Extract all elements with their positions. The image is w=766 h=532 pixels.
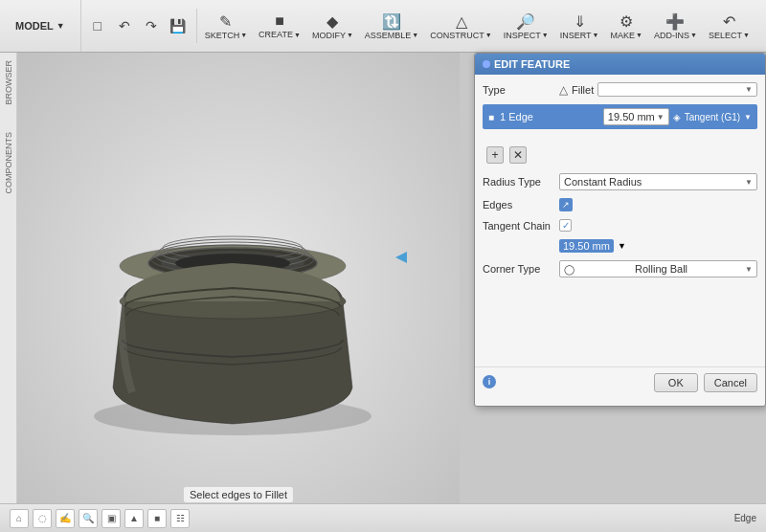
save-icon[interactable]: 💾 bbox=[166, 13, 191, 38]
radius-type-row: Radius Type Constant Radius ▼ bbox=[483, 173, 757, 190]
construct-menu[interactable]: △ CONSTRUCT ▼ bbox=[424, 0, 497, 52]
cancel-button[interactable]: Cancel bbox=[704, 373, 757, 392]
radius-type-value: Constant Radius ▼ bbox=[559, 173, 757, 190]
inspect-menu[interactable]: 🔎 INSPECT ▼ bbox=[498, 0, 554, 52]
sketch-icon: ✎ bbox=[219, 12, 232, 31]
construct-icon: △ bbox=[456, 12, 467, 31]
mode-selector[interactable]: MODEL ▼ bbox=[8, 20, 73, 32]
type-value: △ Fillet ▼ bbox=[559, 82, 757, 97]
panel-body: Type △ Fillet ▼ ■ 1 Edge 19.50 mm ▼ ◈ Ta… bbox=[475, 75, 765, 293]
edges-value: ↗ bbox=[559, 198, 757, 211]
edit-feature-panel: EDIT FEATURE Type △ Fillet ▼ ■ 1 Edge 19… bbox=[474, 53, 766, 407]
edge-value-field[interactable]: 19.50 mm ▼ bbox=[603, 108, 669, 125]
create-menu[interactable]: ■ CREATE ▼ bbox=[253, 0, 306, 52]
zoom-tool[interactable]: 🔍 bbox=[79, 509, 98, 528]
type-label: Type bbox=[483, 84, 559, 96]
browser-label[interactable]: BROWSER bbox=[2, 56, 15, 109]
pan-tool[interactable]: ✍ bbox=[56, 509, 75, 528]
type-dropdown[interactable]: ▼ bbox=[597, 82, 757, 97]
bottom-bar: ⌂ ◌ ✍ 🔍 ▣ ▲ ■ ☷ Edge bbox=[0, 503, 766, 532]
select-menu[interactable]: ↶ SELECT ▼ bbox=[703, 0, 755, 52]
undo-icon[interactable]: ↶ bbox=[112, 13, 137, 38]
value-dropdown-arrow[interactable]: ▼ bbox=[618, 241, 626, 251]
bottom-tools: ⌂ ◌ ✍ 🔍 ▣ ▲ ■ ☷ bbox=[10, 509, 190, 528]
type-row: Type △ Fillet ▼ bbox=[483, 82, 757, 97]
tangent-chain-row: Tangent Tangent ChainChain ✓ bbox=[483, 219, 757, 232]
select-hint: Select edges to Fillet bbox=[184, 487, 293, 502]
left-panel: BROWSER COMPONENTS bbox=[0, 53, 17, 512]
new-icon[interactable]: □ bbox=[85, 13, 110, 38]
radius-type-dropdown[interactable]: Constant Radius ▼ bbox=[559, 173, 757, 190]
highlight-row: 19.50 mm ▼ bbox=[483, 239, 757, 253]
select-icon: ↶ bbox=[723, 12, 735, 31]
insert-menu[interactable]: ⇓ INSERT ▼ bbox=[554, 0, 605, 52]
viewport[interactable]: Select edges to Fillet bbox=[17, 53, 460, 521]
assemble-menu[interactable]: 🔃 ASSEMBLE ▼ bbox=[359, 0, 424, 52]
corner-type-dropdown[interactable]: ◯ Rolling Ball ▼ bbox=[559, 260, 757, 277]
corner-type-label: Corner Type bbox=[483, 263, 559, 275]
info-icon[interactable]: i bbox=[483, 375, 496, 388]
remove-button[interactable]: ✕ bbox=[509, 146, 527, 164]
main-toolbar: MODEL ▼ □ ↶ ↷ 💾 ✎ SKETCH ▼ ■ CREATE ▼ ◆ … bbox=[0, 0, 766, 53]
insert-icon: ⇓ bbox=[574, 12, 586, 31]
add-button[interactable]: + bbox=[486, 146, 504, 164]
create-icon: ■ bbox=[275, 12, 284, 30]
add-remove-row: + ✕ bbox=[483, 146, 757, 164]
add-ins-icon: ➕ bbox=[665, 12, 685, 31]
edge-row[interactable]: ■ 1 Edge 19.50 mm ▼ ◈ Tangent (G1) ▼ bbox=[483, 104, 757, 129]
tangent-chain-label: Tangent Tangent ChainChain bbox=[483, 220, 559, 232]
sketch-menu[interactable]: ✎ SKETCH ▼ bbox=[199, 0, 253, 52]
display-tool[interactable]: ■ bbox=[147, 509, 167, 528]
orbit-tool[interactable]: ◌ bbox=[33, 509, 52, 528]
make-icon: ⚙ bbox=[620, 12, 633, 31]
corner-type-value: ◯ Rolling Ball ▼ bbox=[559, 260, 757, 277]
redo-icon[interactable]: ↷ bbox=[139, 13, 164, 38]
mm-dropdown-arrow[interactable]: ▼ bbox=[657, 113, 665, 122]
fit-tool[interactable]: ▣ bbox=[101, 509, 121, 528]
cursor-icon: ↗ bbox=[559, 198, 573, 211]
make-menu[interactable]: ⚙ MAKE ▼ bbox=[604, 0, 647, 52]
view-tool[interactable]: ▲ bbox=[124, 509, 144, 528]
components-label[interactable]: COMPONENTS bbox=[2, 128, 15, 198]
inspect-icon: 🔎 bbox=[516, 12, 535, 31]
3d-object bbox=[46, 110, 419, 454]
edge-icon: ■ bbox=[488, 112, 494, 122]
grid-tool[interactable]: ☷ bbox=[170, 509, 190, 528]
tangent-dropdown-arrow[interactable]: ▼ bbox=[744, 113, 752, 122]
add-ins-menu[interactable]: ➕ ADD-INS ▼ bbox=[648, 0, 703, 52]
home-tool[interactable]: ⌂ bbox=[10, 509, 29, 528]
assemble-icon: 🔃 bbox=[382, 12, 401, 31]
edges-row: Edges ↗ bbox=[483, 198, 757, 211]
tangent-icon: ◈ bbox=[673, 112, 681, 122]
panel-footer: i OK Cancel bbox=[475, 366, 765, 398]
edges-label: Edges bbox=[483, 199, 559, 211]
modify-menu[interactable]: ◆ MODIFY ▼ bbox=[306, 0, 359, 52]
panel-header: EDIT FEATURE bbox=[475, 54, 765, 75]
edge-arrow-indicator bbox=[395, 252, 407, 263]
ok-button[interactable]: OK bbox=[654, 373, 698, 392]
tangent-chain-value: ✓ bbox=[559, 219, 757, 232]
tangent-chain-checkbox[interactable]: ✓ bbox=[559, 219, 572, 232]
highlighted-mm-value[interactable]: 19.50 mm bbox=[559, 239, 614, 253]
radius-type-label: Radius Type bbox=[483, 176, 559, 188]
modify-icon: ◆ bbox=[327, 12, 338, 31]
panel-dot bbox=[483, 60, 490, 68]
status-text: Edge bbox=[734, 513, 756, 523]
rolling-ball-icon: ◯ bbox=[564, 264, 574, 275]
corner-type-row: Corner Type ◯ Rolling Ball ▼ bbox=[483, 260, 757, 277]
